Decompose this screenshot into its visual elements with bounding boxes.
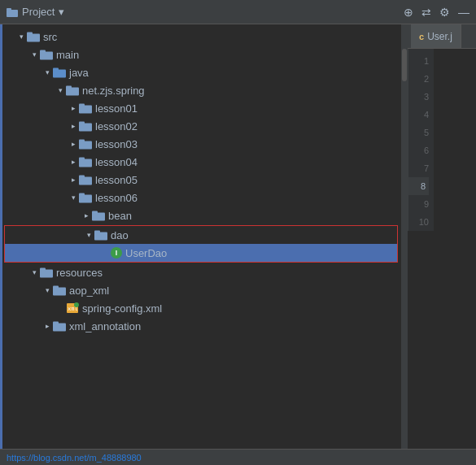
- status-bar: https://blog.csdn.net/m_48888980: [0, 449, 476, 465]
- folder-lesson01-icon: [79, 102, 92, 114]
- dropdown-icon[interactable]: ▾: [59, 6, 64, 18]
- tab-java-icon: c: [419, 32, 424, 41]
- svg-rect-13: [79, 122, 85, 125]
- svg-rect-3: [27, 33, 33, 36]
- tree-item-aop-xml[interactable]: aop_xml: [2, 281, 401, 299]
- spring-config-label: spring-config.xml: [82, 302, 162, 315]
- globe-icon[interactable]: ⊕: [404, 6, 413, 19]
- svg-rect-27: [40, 268, 46, 272]
- line-3: 3: [408, 88, 429, 106]
- tree-item-lesson04[interactable]: lesson04: [2, 153, 401, 171]
- settings-icon[interactable]: ⚙: [439, 6, 450, 19]
- main-area: src main java net: [0, 24, 476, 449]
- file-tree[interactable]: src main java net: [2, 24, 401, 449]
- svg-rect-9: [66, 86, 72, 89]
- tab-header: c User.j: [408, 24, 476, 49]
- tab-user-java[interactable]: c User.j: [411, 24, 461, 48]
- lesson06-label: lesson06: [95, 192, 138, 204]
- svg-rect-34: [53, 322, 59, 325]
- tree-item-lesson02[interactable]: lesson02: [2, 117, 401, 135]
- svg-rect-25: [94, 231, 100, 234]
- net-zjs-label: net.zjs.spring: [82, 85, 145, 97]
- tree-item-main[interactable]: main: [2, 46, 401, 63]
- line-10: 10: [408, 213, 429, 231]
- folder-lesson04-icon: [79, 156, 92, 167]
- red-border-group: dao I UserDao: [4, 225, 398, 263]
- folder-xml-annotation-icon: [53, 320, 66, 332]
- arrow-dao: [83, 229, 94, 241]
- svg-rect-1: [7, 8, 11, 11]
- arrow-net-zjs: [55, 85, 66, 96]
- svg-rect-0: [7, 10, 18, 17]
- folder-net-icon: [66, 85, 79, 96]
- arrow-lesson02: [68, 120, 79, 132]
- tree-item-lesson01[interactable]: lesson01: [2, 99, 401, 117]
- line-5: 5: [408, 124, 429, 141]
- tree-item-java[interactable]: java: [2, 63, 401, 81]
- java-label: java: [69, 67, 89, 79]
- line-1: 1: [408, 52, 429, 70]
- folder-java-icon: [53, 67, 66, 78]
- scrollbar-track[interactable]: [401, 24, 408, 449]
- line-numbers: 1 2 3 4 5 6 7 8 9 10: [408, 49, 434, 231]
- minimize-icon[interactable]: —: [458, 6, 469, 19]
- arrows-icon[interactable]: ⇄: [421, 6, 431, 19]
- resources-label: resources: [56, 267, 103, 279]
- lesson01-label: lesson01: [95, 102, 138, 115]
- arrow-xml-annotation: [41, 320, 53, 332]
- folder-lesson02-icon: [79, 120, 92, 132]
- right-panel: c User.j 1 2 3 4 5 6 7 8 9 10: [408, 24, 476, 449]
- tree-item-net-zjs-spring[interactable]: net.zjs.spring: [2, 81, 401, 99]
- svg-rect-21: [79, 193, 85, 197]
- tree-item-lesson05[interactable]: lesson05: [2, 171, 401, 189]
- folder-lesson03-icon: [79, 138, 92, 150]
- arrow-main: [28, 49, 40, 60]
- project-label: Project: [22, 6, 55, 18]
- folder-lesson06-icon: [79, 192, 92, 203]
- line-8: 8: [408, 177, 429, 195]
- tree-item-src[interactable]: src: [2, 28, 401, 46]
- line-6: 6: [408, 141, 429, 159]
- arrow-java: [41, 67, 53, 78]
- svg-rect-5: [40, 50, 46, 54]
- tree-item-lesson03[interactable]: lesson03: [2, 135, 401, 153]
- tree-item-lesson06[interactable]: lesson06: [2, 189, 401, 206]
- line-7: 7: [408, 159, 429, 177]
- tree-item-userdao[interactable]: I UserDao: [5, 244, 397, 262]
- spring-xml-icon: xml: [66, 302, 79, 314]
- main-label: main: [56, 49, 79, 61]
- toolbar-title: Project ▾: [7, 6, 64, 18]
- svg-point-32: [74, 302, 79, 307]
- tree-item-bean[interactable]: bean: [2, 206, 401, 224]
- lesson05-label: lesson05: [95, 174, 138, 186]
- userdao-label: UserDao: [125, 247, 167, 259]
- svg-rect-23: [92, 211, 98, 215]
- arrow-lesson05: [68, 174, 79, 185]
- tree-item-spring-config[interactable]: xml spring-config.xml: [2, 299, 401, 317]
- folder-main-icon: [40, 49, 53, 60]
- tree-item-dao[interactable]: dao: [5, 226, 397, 244]
- dao-label: dao: [111, 229, 129, 241]
- line-4: 4: [408, 106, 429, 124]
- interface-badge: I: [111, 247, 122, 259]
- arrow-lesson03: [68, 138, 79, 150]
- tree-item-resources[interactable]: resources: [2, 263, 401, 281]
- aop-xml-label: aop_xml: [69, 285, 109, 297]
- arrow-lesson06: [68, 192, 79, 203]
- bean-label: bean: [108, 210, 132, 222]
- xml-annotation-label: xml_annotation: [69, 320, 141, 332]
- folder-lesson05-icon: [79, 174, 92, 185]
- toolbar: Project ▾ ⊕ ⇄ ⚙ —: [0, 0, 476, 24]
- src-label: src: [43, 31, 57, 43]
- arrow-aop-xml: [41, 285, 53, 296]
- folder-icon: [7, 7, 18, 17]
- svg-rect-17: [79, 158, 85, 161]
- arrow-bean: [81, 210, 92, 221]
- tree-item-xml-annotation[interactable]: xml_annotation: [2, 317, 401, 335]
- folder-resources-icon: [40, 267, 53, 278]
- folder-aop-icon: [53, 285, 66, 296]
- folder-dao-icon: [94, 229, 107, 241]
- svg-rect-7: [53, 68, 59, 72]
- scrollbar-thumb[interactable]: [402, 49, 407, 81]
- svg-rect-19: [79, 176, 85, 179]
